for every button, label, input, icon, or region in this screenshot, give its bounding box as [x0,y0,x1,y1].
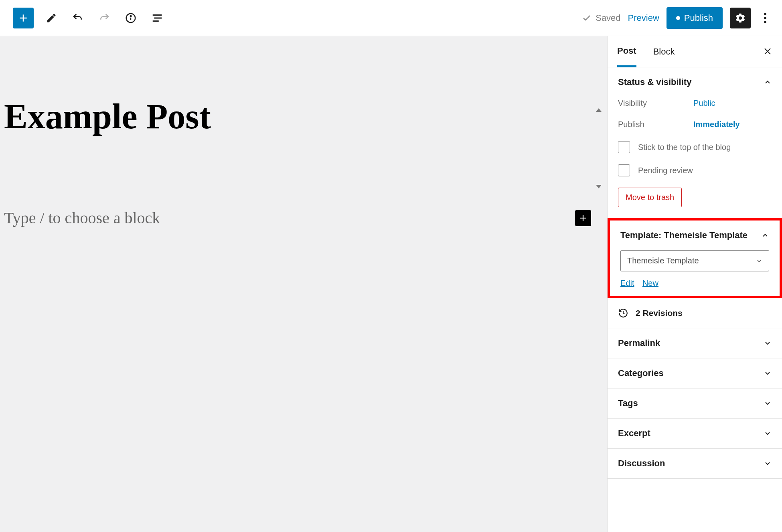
publish-row: Publish Immediately [618,120,772,129]
history-icon [618,308,628,318]
details-button[interactable] [122,9,140,27]
discussion-panel: Discussion [608,449,782,479]
redo-icon [98,12,110,24]
move-to-trash-button[interactable]: Move to trash [618,188,682,207]
panel-title: Status & visibility [618,77,691,87]
status-dot-icon [676,16,680,20]
editor-canvas[interactable]: Example Post Type / to choose a block [0,36,607,532]
tags-panel: Tags [608,388,782,419]
check-icon [582,13,592,23]
chevron-down-icon [764,399,772,407]
add-block-button[interactable] [13,8,34,28]
block-placeholder-row: Type / to choose a block [4,208,591,227]
saved-status: Saved [582,13,620,23]
tab-post[interactable]: Post [617,36,636,67]
categories-panel: Categories [608,358,782,388]
preview-button[interactable]: Preview [628,13,659,23]
publish-button[interactable]: Publish [667,7,723,29]
template-select-value: Themeisle Template [627,256,699,265]
toolbar-right: Saved Preview Publish [582,7,772,29]
excerpt-header[interactable]: Excerpt [608,419,782,448]
visibility-value[interactable]: Public [693,99,715,108]
revisions-panel: 2 Revisions [608,298,782,328]
visibility-row: Visibility Public [618,99,772,108]
publish-label: Publish [684,13,713,23]
pending-checkbox-row: Pending review [618,164,772,176]
sticky-checkbox-row: Stick to the top of the blog [618,141,772,153]
more-options-button[interactable] [758,8,772,28]
permalink-header[interactable]: Permalink [608,328,782,358]
scroll-indicator [594,108,603,188]
template-links: Edit New [620,279,769,288]
template-select[interactable]: Themeisle Template [620,250,769,271]
sticky-label: Stick to the top of the blog [638,143,731,152]
settings-sidebar: Post Block Status & visibility Visibilit… [607,36,782,532]
saved-label: Saved [596,13,620,23]
gear-icon [735,12,746,24]
template-panel: Template: Themeisle Template Themeisle T… [608,218,782,298]
tools-button[interactable] [43,9,60,27]
chevron-down-icon [764,459,772,467]
chevron-down-icon [764,369,772,377]
sidebar-tabs: Post Block [608,36,782,67]
chevron-down-icon [756,258,762,264]
panel-title: Excerpt [618,428,650,439]
svg-point-9 [764,17,766,19]
status-visibility-panel: Status & visibility Visibility Public Pu… [608,67,782,218]
excerpt-panel: Excerpt [608,419,782,449]
chevron-up-icon [761,231,769,239]
toolbar-left [13,8,166,28]
permalink-panel: Permalink [608,328,782,358]
categories-header[interactable]: Categories [608,358,782,388]
top-toolbar: Saved Preview Publish [0,0,782,36]
plus-icon [18,13,28,23]
kebab-icon [764,12,767,24]
publish-value[interactable]: Immediately [693,120,740,129]
inline-add-block-button[interactable] [575,210,591,226]
settings-toggle-button[interactable] [730,8,751,28]
post-title-input[interactable]: Example Post [4,96,211,137]
svg-point-8 [764,13,766,15]
panel-title: Discussion [618,458,665,469]
revisions-count: 2 Revisions [636,308,683,318]
panel-title: Template: Themeisle Template [620,230,748,241]
template-edit-link[interactable]: Edit [620,279,634,287]
triangle-down-icon [596,185,602,188]
panel-title: Permalink [618,338,660,348]
redo-button[interactable] [95,9,113,27]
panel-title: Tags [618,398,638,409]
info-icon [125,12,137,24]
sticky-checkbox[interactable] [618,141,630,153]
pending-label: Pending review [638,166,693,175]
outline-button[interactable] [148,9,166,27]
main-area: Example Post Type / to choose a block Po… [0,36,782,532]
plus-icon [579,214,588,223]
pencil-icon [46,12,57,24]
svg-point-10 [764,21,766,23]
chevron-down-icon [764,339,772,347]
undo-icon [72,12,84,24]
status-visibility-header[interactable]: Status & visibility [608,67,782,97]
undo-button[interactable] [69,9,87,27]
chevron-down-icon [764,429,772,437]
close-icon [763,47,772,56]
block-placeholder-text[interactable]: Type / to choose a block [4,208,160,227]
tags-header[interactable]: Tags [608,388,782,418]
pending-checkbox[interactable] [618,164,630,176]
triangle-up-icon [596,108,602,112]
discussion-header[interactable]: Discussion [608,449,782,478]
close-sidebar-button[interactable] [763,47,772,56]
svg-point-4 [130,15,132,16]
revisions-header[interactable]: 2 Revisions [608,298,782,328]
template-panel-header[interactable]: Template: Themeisle Template [610,220,780,250]
list-view-icon [151,12,163,24]
panel-title: Categories [618,368,664,378]
visibility-label: Visibility [618,99,693,108]
template-new-link[interactable]: New [642,279,658,287]
publish-label: Publish [618,120,693,129]
tab-block[interactable]: Block [653,36,675,67]
chevron-up-icon [764,78,772,86]
